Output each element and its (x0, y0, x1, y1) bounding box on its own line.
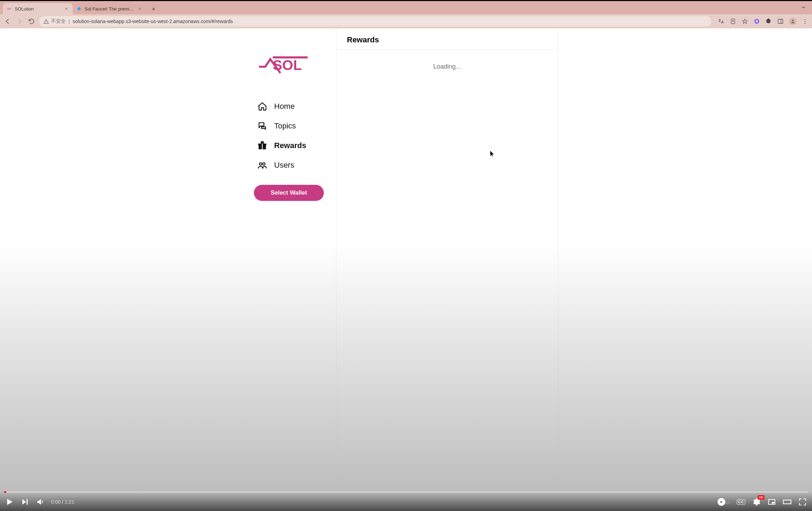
profile-avatar[interactable] (789, 18, 797, 25)
svg-point-7 (792, 20, 794, 21)
url-text: solution-solana-webapp.s3-website-us-wes… (73, 19, 707, 24)
sidebar-item-rewards[interactable]: Rewards (254, 141, 336, 150)
tab-favicon (6, 6, 12, 12)
svg-point-8 (805, 19, 806, 20)
svg-point-1 (77, 7, 80, 10)
volume-icon[interactable] (36, 497, 45, 506)
translate-icon[interactable] (718, 18, 725, 25)
bookmark-icon[interactable] (741, 18, 748, 25)
tabs-overflow-button[interactable] (801, 5, 806, 11)
video-controls-right: CC HD (718, 497, 807, 506)
chat-icon (257, 121, 267, 131)
svg-rect-18 (772, 502, 774, 504)
sidebar-item-label: Topics (274, 121, 296, 131)
app-logo[interactable]: SOL (254, 53, 336, 77)
logo-text: SOL (273, 57, 302, 73)
users-icon (257, 160, 267, 170)
play-icon[interactable] (5, 497, 14, 506)
page-viewport: SOL Home Topics (0, 28, 812, 511)
video-progress-fill (4, 491, 6, 493)
browser-toolbar: 不安全 | solution-solana-webapp.s3-website-… (0, 14, 812, 28)
hd-badge: HD (758, 495, 764, 499)
browser-tab-active[interactable]: SOLution (3, 3, 73, 14)
video-current-time: 0:00 (51, 499, 60, 505)
tab-favicon (76, 6, 82, 12)
svg-point-5 (756, 20, 758, 22)
svg-rect-19 (783, 500, 791, 504)
url-separator: | (69, 19, 70, 24)
video-time: 0:00 / 1:21 (51, 499, 74, 505)
svg-point-2 (46, 22, 46, 23)
install-app-icon[interactable] (729, 18, 736, 25)
svg-rect-0 (7, 8, 11, 10)
close-icon[interactable] (64, 6, 69, 12)
extension-circle-icon[interactable] (753, 18, 760, 25)
reload-button[interactable] (27, 17, 36, 26)
home-icon (257, 102, 267, 111)
insecure-label: 不安全 (51, 18, 66, 24)
gift-icon (257, 141, 267, 150)
kebab-menu-icon[interactable] (802, 18, 809, 25)
video-controls: 0:00 / 1:21 CC HD (0, 491, 812, 511)
page-title: Rewards (336, 28, 558, 50)
sidebar-item-label: Users (274, 161, 294, 170)
select-wallet-button[interactable]: Select Wallet (254, 185, 324, 201)
forward-button[interactable] (15, 17, 24, 26)
miniplayer-icon[interactable] (767, 497, 776, 506)
video-duration: 1:21 (65, 499, 74, 505)
autoplay-toggle[interactable] (718, 499, 730, 504)
sidebar-item-home[interactable]: Home (254, 102, 336, 111)
loading-text: Loading... (336, 63, 558, 70)
next-icon[interactable] (20, 497, 29, 506)
browser-tab-strip: SOLution Sol Faucet! The premium Solan (0, 1, 812, 14)
captions-button[interactable]: CC (736, 497, 746, 506)
sidebar: SOL Home Topics (254, 28, 336, 511)
side-panel-icon[interactable] (777, 18, 784, 25)
fullscreen-icon[interactable] (798, 497, 807, 506)
back-button[interactable] (3, 17, 12, 26)
insecure-site-indicator[interactable]: 不安全 (43, 18, 66, 24)
svg-point-15 (259, 163, 262, 165)
svg-point-16 (263, 163, 265, 165)
sidebar-item-users[interactable]: Users (254, 160, 336, 170)
close-icon[interactable] (137, 6, 143, 12)
sidebar-item-label: Rewards (274, 141, 306, 150)
app-container: SOL Home Topics (254, 28, 558, 511)
autoplay-knob (718, 498, 725, 506)
new-tab-button[interactable] (148, 4, 159, 14)
tab-title: Sol Faucet! The premium Solan (85, 6, 134, 12)
svg-point-10 (805, 23, 806, 24)
sidebar-nav: Home Topics Rewards (254, 102, 336, 170)
svg-point-9 (805, 21, 806, 22)
cc-label: CC (737, 499, 746, 505)
main-panel: Rewards Loading... (336, 28, 558, 511)
tab-title: SOLution (15, 6, 61, 12)
sidebar-item-label: Home (274, 102, 295, 111)
theater-mode-icon[interactable] (783, 497, 792, 506)
video-controls-row: 0:00 / 1:21 CC HD (0, 493, 812, 511)
extensions-icon[interactable] (765, 18, 772, 25)
time-separator: / (62, 499, 65, 505)
address-bar[interactable]: 不安全 | solution-solana-webapp.s3-website-… (39, 16, 711, 27)
video-progress-bar[interactable] (4, 491, 808, 493)
svg-rect-6 (778, 19, 783, 23)
browser-tab-inactive[interactable]: Sol Faucet! The premium Solan (73, 3, 146, 14)
toolbar-actions (718, 18, 809, 25)
sidebar-item-topics[interactable]: Topics (254, 121, 336, 131)
settings-icon[interactable]: HD (752, 497, 761, 506)
